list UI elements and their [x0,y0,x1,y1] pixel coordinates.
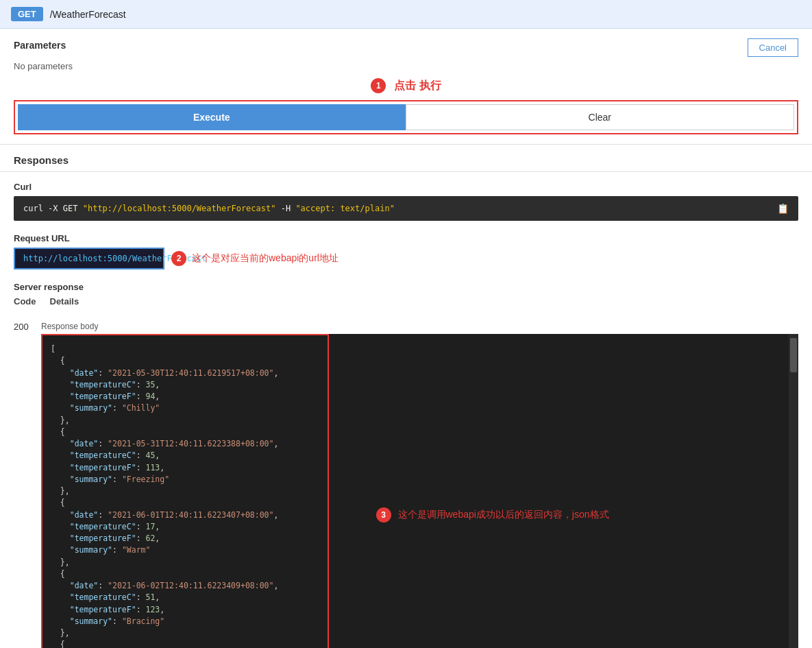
execute-clear-row: Execute Clear [14,100,798,134]
request-url-section: Request URL http://localhost:5000/Weathe… [0,228,812,276]
responses-section-title: Responses [14,154,69,166]
cancel-button[interactable]: Cancel [748,38,798,57]
server-response-label: Server response [14,282,798,292]
url-value: http://localhost:5000/WeatherForecast [14,248,164,269]
annotation-1-row: 1 点击 执行 [14,78,798,93]
responses-header: Responses [0,145,812,172]
no-params-text: No parameters [14,61,798,71]
curl-section: Curl curl -X GET "http://localhost:5000/… [0,172,812,228]
scrollbar-thumb [790,338,797,372]
method-badge: GET [11,7,43,21]
curl-command: curl -X GET "http://localhost:5000/Weath… [23,204,395,213]
endpoint-text: /WeatherForecast [50,9,126,20]
annotation-2-badge: 2 [171,251,186,266]
response-body-label: Response body [41,322,798,331]
code-details-row: Code Details [14,296,798,307]
url-annotation: 2 这个是对应当前的webapi的url地址 [171,251,339,266]
execute-button[interactable]: Execute [18,104,406,130]
top-bar: GET /WeatherForecast [0,0,812,29]
code-header: Code [14,296,36,307]
response-body-wrapper: [ { "date": "2021-05-30T12:40:11.6219517… [41,334,798,648]
scrollbar[interactable] [789,334,798,648]
response-200-row: 200 Response body [ { "date": "2021-05-3… [0,316,812,648]
annotation-2-text: 这个是对应当前的webapi的url地址 [192,252,339,265]
request-url-label: Request URL [14,233,798,243]
annotation-3-badge: 3 [376,507,391,523]
url-row: http://localhost:5000/WeatherForecast 2 … [14,248,798,269]
parameters-title: Parameters [14,40,66,51]
curl-box: curl -X GET "http://localhost:5000/Weath… [14,196,798,221]
annotation-1-text: 点击 执行 [394,79,441,93]
main-content: Parameters Cancel No parameters 1 点击 执行 … [0,29,812,648]
curl-copy-icon[interactable]: 📋 [777,203,789,214]
annotation-1-badge: 1 [371,78,386,93]
response-code-200: 200 [14,322,34,332]
response-body-container: Response body [ { "date": "2021-05-30T12… [41,322,798,648]
details-header: Details [50,296,79,307]
response-json-box: [ { "date": "2021-05-30T12:40:11.6219517… [41,334,329,648]
parameters-section: Parameters Cancel No parameters 1 点击 执行 … [0,29,812,145]
clear-button[interactable]: Clear [406,104,795,130]
annotation-3-text: 这个是调用webapi成功以后的返回内容，json格式 [398,509,609,521]
curl-label: Curl [14,182,798,192]
response-dark-area: 3 这个是调用webapi成功以后的返回内容，json格式 📋 Download [329,334,798,648]
annotation-3-row: 3 这个是调用webapi成功以后的返回内容，json格式 [376,507,609,523]
server-response-section: Server response Code Details [0,276,812,316]
